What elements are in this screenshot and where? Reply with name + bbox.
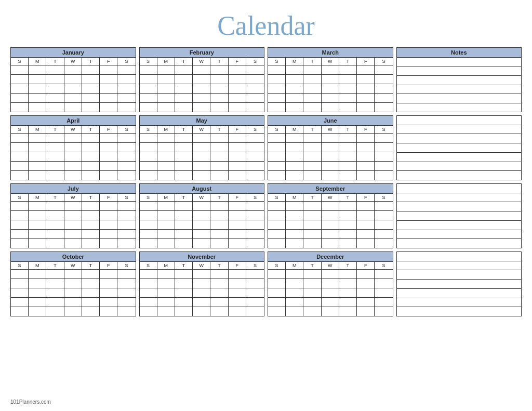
day-cell bbox=[375, 75, 392, 84]
day-cell bbox=[157, 202, 175, 210]
day-header: S bbox=[117, 262, 135, 269]
day-cell bbox=[375, 230, 392, 238]
day-cell bbox=[175, 152, 193, 161]
day-cell bbox=[193, 307, 210, 316]
day-cell bbox=[339, 162, 357, 170]
day-cell bbox=[322, 152, 339, 161]
day-cell bbox=[29, 270, 46, 279]
day-cell bbox=[246, 307, 264, 316]
day-cell bbox=[100, 143, 117, 152]
day-header: T bbox=[46, 262, 64, 269]
month-header: September bbox=[268, 184, 393, 194]
day-cell bbox=[210, 279, 228, 288]
day-cell bbox=[246, 288, 264, 297]
day-row bbox=[11, 143, 136, 152]
day-cell bbox=[303, 75, 321, 84]
day-header: W bbox=[322, 194, 339, 201]
day-header: S bbox=[11, 194, 29, 201]
day-cell bbox=[322, 202, 339, 210]
day-cell bbox=[357, 162, 375, 170]
day-header: T bbox=[303, 126, 321, 133]
day-cell bbox=[229, 298, 246, 307]
day-cell bbox=[339, 230, 357, 238]
month-block-june: JuneSMTWTFS bbox=[268, 115, 393, 180]
day-cell bbox=[29, 84, 46, 93]
day-cell bbox=[339, 94, 357, 102]
day-header: W bbox=[322, 58, 339, 65]
day-cell bbox=[286, 152, 303, 161]
day-header: T bbox=[303, 194, 321, 201]
day-row bbox=[11, 298, 136, 307]
day-cell bbox=[117, 202, 135, 210]
notes-line bbox=[397, 307, 522, 316]
notes-line bbox=[397, 171, 522, 180]
notes-line bbox=[397, 58, 522, 67]
day-cell bbox=[157, 162, 175, 170]
day-header: S bbox=[375, 58, 392, 65]
day-row bbox=[140, 171, 264, 180]
day-cell bbox=[375, 134, 392, 142]
day-cell bbox=[117, 220, 135, 229]
notes-line bbox=[397, 193, 522, 203]
notes-line bbox=[397, 76, 522, 85]
notes-line bbox=[397, 261, 522, 271]
day-cell bbox=[117, 270, 135, 279]
day-cell bbox=[100, 84, 117, 93]
day-cell bbox=[175, 279, 193, 288]
day-cell bbox=[268, 307, 286, 316]
day-cell bbox=[303, 143, 321, 152]
day-cell bbox=[193, 279, 210, 288]
day-cell bbox=[322, 270, 339, 279]
day-cell bbox=[157, 152, 175, 161]
day-cell bbox=[100, 75, 117, 84]
day-cell bbox=[64, 94, 82, 102]
day-header: S bbox=[140, 58, 157, 65]
day-cell bbox=[246, 202, 264, 210]
day-cell bbox=[357, 171, 375, 180]
day-cell bbox=[210, 202, 228, 210]
day-row bbox=[140, 162, 264, 171]
day-cell bbox=[46, 220, 64, 229]
day-cell bbox=[268, 75, 286, 84]
day-cell bbox=[11, 220, 29, 229]
month-header: June bbox=[268, 116, 393, 126]
day-cell bbox=[193, 211, 210, 220]
day-header: T bbox=[82, 262, 100, 269]
day-row bbox=[268, 134, 393, 143]
day-header: S bbox=[246, 126, 264, 133]
day-cell bbox=[157, 270, 175, 279]
day-cell bbox=[246, 94, 264, 102]
day-cell bbox=[46, 202, 64, 210]
day-cell bbox=[157, 103, 175, 112]
day-cell bbox=[375, 288, 392, 297]
day-cell bbox=[82, 307, 100, 316]
day-row bbox=[11, 211, 136, 220]
day-header: S bbox=[246, 58, 264, 65]
day-cell bbox=[140, 202, 157, 210]
day-cell bbox=[46, 211, 64, 220]
day-row bbox=[268, 202, 393, 211]
day-cell bbox=[210, 103, 228, 112]
day-header: T bbox=[175, 194, 193, 201]
day-header: T bbox=[210, 262, 228, 269]
day-cell bbox=[117, 171, 135, 180]
day-cell bbox=[157, 84, 175, 93]
day-cell bbox=[357, 134, 375, 142]
day-cell bbox=[100, 152, 117, 161]
day-cell bbox=[29, 211, 46, 220]
day-cell bbox=[322, 298, 339, 307]
day-cell bbox=[357, 220, 375, 229]
day-header: M bbox=[157, 58, 175, 65]
day-cell bbox=[322, 94, 339, 102]
day-cell bbox=[11, 134, 29, 142]
notes-line bbox=[397, 85, 522, 95]
day-cell bbox=[117, 211, 135, 220]
day-header: W bbox=[193, 262, 210, 269]
day-cell bbox=[46, 288, 64, 297]
day-cell bbox=[375, 84, 392, 93]
day-cell bbox=[140, 298, 157, 307]
day-header: M bbox=[286, 126, 303, 133]
day-cell bbox=[303, 230, 321, 238]
day-cell bbox=[140, 171, 157, 180]
day-cell bbox=[339, 103, 357, 112]
